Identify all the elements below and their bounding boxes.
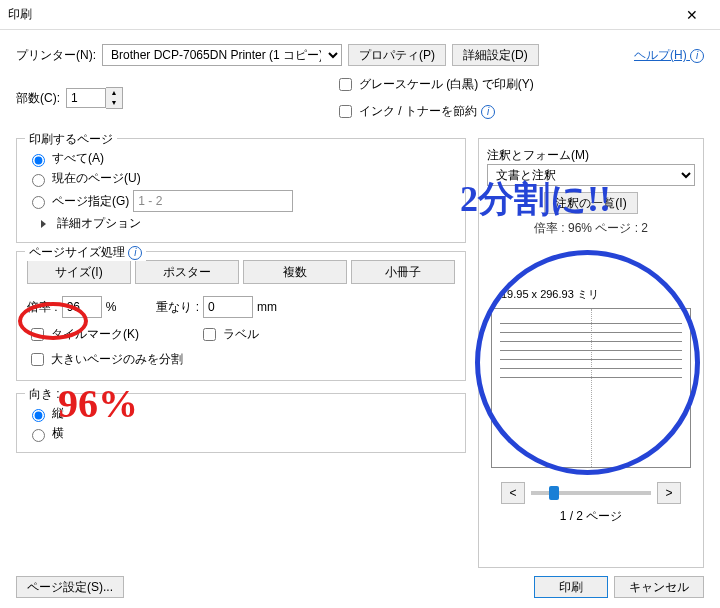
titlebar: 印刷 ✕	[0, 0, 720, 30]
scale-input[interactable]	[62, 296, 102, 318]
copies-spinner[interactable]: ▲▼	[66, 87, 123, 109]
preview-group: 注釈とフォーム(M) 文書と注釈 注釈の一覧(I) 倍率 : 96% ページ :…	[478, 138, 704, 568]
pages-range-radio[interactable]	[32, 196, 45, 209]
overlap-input[interactable]	[203, 296, 253, 318]
labels-check[interactable]: ラベル	[199, 325, 259, 344]
info-icon: i	[128, 246, 142, 260]
help-link[interactable]: ヘルプ(H) i	[634, 47, 704, 64]
pages-range-input[interactable]	[133, 190, 293, 212]
next-page-button[interactable]: >	[657, 482, 681, 504]
printer-label: プリンター(N):	[16, 47, 96, 64]
spin-down-icon[interactable]: ▼	[106, 98, 122, 108]
overlap-label: 重なり :	[156, 299, 199, 316]
printer-row: プリンター(N): Brother DCP-7065DN Printer (1 …	[16, 44, 704, 66]
pages-all-radio[interactable]: すべて(A)	[27, 150, 455, 167]
sizing-tabs: サイズ(I) ポスター 複数 小冊子	[27, 260, 455, 284]
footer: ページ設定(S)... 印刷 キャンセル	[16, 576, 704, 598]
copies-row: 部数(C): ▲▼ グレースケール (白黒) で印刷(Y) インク / トナーを…	[16, 72, 704, 124]
triangle-right-icon	[41, 220, 46, 228]
preview-infoline: 倍率 : 96% ページ : 2	[487, 220, 695, 237]
sizing-legend: ページサイズ処理 i	[25, 244, 146, 261]
overlap-field: 重なり : mm	[156, 296, 277, 318]
info-icon: i	[690, 49, 704, 63]
page-slider[interactable]	[531, 491, 651, 495]
preview-dimensions: 19.95 x 296.93 ミリ	[487, 287, 695, 302]
sizing-group: ページサイズ処理 i サイズ(I) ポスター 複数 小冊子 倍率 : % 重なり…	[16, 251, 466, 381]
annotations-select[interactable]: 文書と注釈	[487, 164, 695, 186]
tilemark-check[interactable]: タイルマーク(K)	[27, 325, 139, 344]
close-icon[interactable]: ✕	[672, 7, 712, 23]
grayscale-check[interactable]: グレースケール (白黒) で印刷(Y)	[335, 75, 534, 94]
size-tab[interactable]: サイズ(I)	[27, 260, 131, 284]
print-button[interactable]: 印刷	[534, 576, 608, 598]
info-icon: i	[481, 105, 495, 119]
pages-legend: 印刷するページ	[25, 131, 117, 148]
multi-tab[interactable]: 複数	[243, 260, 347, 284]
pages-range-row: ページ指定(G)	[27, 190, 455, 212]
pages-more-toggle[interactable]: 詳細オプション	[41, 215, 455, 232]
pages-group: 印刷するページ すべて(A) 現在のページ(U) ページ指定(G) 詳細オプショ…	[16, 138, 466, 243]
booklet-tab[interactable]: 小冊子	[351, 260, 455, 284]
printer-select[interactable]: Brother DCP-7065DN Printer (1 コピー)	[102, 44, 342, 66]
prev-page-button[interactable]: <	[501, 482, 525, 504]
pager-label: 1 / 2 ページ	[487, 508, 695, 525]
orient-landscape-radio[interactable]: 横	[27, 425, 455, 442]
dialog-body: プリンター(N): Brother DCP-7065DN Printer (1 …	[0, 30, 720, 608]
bigonly-check[interactable]: 大きいページのみを分割	[27, 350, 455, 369]
orient-portrait-radio[interactable]: 縦	[27, 405, 455, 422]
pages-current-radio[interactable]: 現在のページ(U)	[27, 170, 455, 187]
preview-nav: < >	[487, 482, 695, 504]
annotation-summary-button[interactable]: 注釈の一覧(I)	[544, 192, 637, 214]
cancel-button[interactable]: キャンセル	[614, 576, 704, 598]
advanced-button[interactable]: 詳細設定(D)	[452, 44, 539, 66]
preview-legend: 注釈とフォーム(M)	[487, 148, 589, 162]
properties-button[interactable]: プロパティ(P)	[348, 44, 446, 66]
orient-legend: 向き :	[25, 386, 64, 403]
page-setup-button[interactable]: ページ設定(S)...	[16, 576, 124, 598]
scale-label: 倍率 :	[27, 299, 58, 316]
copies-label: 部数(C):	[16, 90, 60, 107]
spin-up-icon[interactable]: ▲	[106, 88, 122, 98]
scale-field: 倍率 : %	[27, 296, 116, 318]
copies-input[interactable]	[66, 88, 106, 108]
poster-tab[interactable]: ポスター	[135, 260, 239, 284]
pages-range-label: ページ指定(G)	[52, 193, 129, 210]
savetoner-check[interactable]: インク / トナーを節約 i	[335, 102, 534, 121]
window-title: 印刷	[8, 6, 672, 23]
preview-page	[491, 308, 691, 468]
orient-group: 向き : 縦 横	[16, 393, 466, 453]
